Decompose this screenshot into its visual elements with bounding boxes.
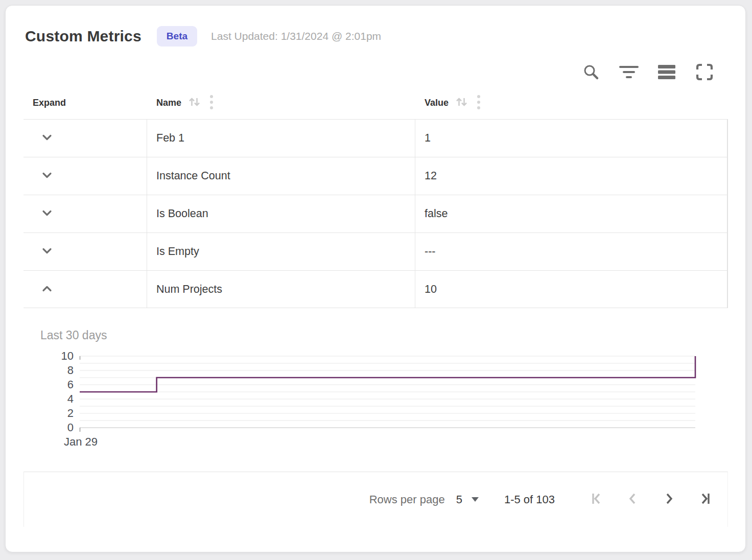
last-page-icon (697, 492, 712, 507)
beta-badge: Beta (157, 26, 197, 46)
column-header-label: Value (425, 98, 449, 108)
table-row: Is Boolean false (24, 195, 727, 232)
value-cell: 1 (415, 120, 727, 157)
search-icon (582, 63, 600, 81)
chevron-down-icon (40, 206, 54, 222)
row-detail-panel: Last 30 days 0246810Jan 29 (24, 308, 728, 455)
step-line-chart: 0246810Jan 29 (39, 351, 718, 453)
grid-body: Feb 1 1 Instance Count 12 (24, 119, 728, 308)
metric-chart: 0246810Jan 29 (39, 351, 728, 455)
grid-toolbar (6, 46, 745, 82)
sort-arrows-icon (455, 95, 468, 110)
expand-row-button[interactable] (39, 244, 55, 260)
svg-text:10: 10 (61, 351, 74, 362)
sort-button[interactable] (455, 95, 468, 110)
fullscreen-icon (696, 63, 713, 81)
sort-button[interactable] (187, 95, 201, 110)
card-header: Custom Metrics Beta Last Updated: 1/31/2… (6, 6, 745, 46)
table-row: Num Projects 10 (24, 270, 727, 308)
kebab-menu-icon (209, 95, 214, 111)
density-icon (657, 64, 676, 80)
expand-row-button[interactable] (39, 169, 55, 184)
name-cell: Instance Count (147, 157, 415, 195)
filter-icon (619, 64, 639, 80)
svg-text:6: 6 (67, 378, 74, 391)
collapse-row-button[interactable] (39, 282, 55, 297)
svg-text:4: 4 (67, 392, 74, 405)
expand-cell (24, 120, 147, 157)
value-cell: 12 (415, 157, 727, 195)
value-cell: false (415, 195, 727, 232)
page-title: Custom Metrics (25, 28, 142, 45)
chevron-right-icon (662, 492, 676, 507)
chevron-down-icon (40, 130, 54, 146)
column-menu-button[interactable] (209, 95, 214, 111)
grid-header-row: Expand Name (24, 86, 728, 119)
pagination-footer: Rows per page 5 1-5 of 103 (24, 472, 728, 527)
expand-cell (24, 157, 147, 195)
svg-text:0: 0 (67, 421, 74, 434)
rows-per-page-select[interactable]: 5 (456, 493, 479, 506)
column-header-value[interactable]: Value (415, 95, 728, 111)
expand-cell (24, 233, 147, 270)
chart-title: Last 30 days (40, 329, 728, 342)
expand-row-button[interactable] (39, 206, 55, 222)
last-updated-text: Last Updated: 1/31/2024 @ 2:01pm (211, 30, 381, 42)
pagination-range-label: 1-5 of 103 (504, 493, 555, 506)
name-cell: Is Empty (147, 233, 415, 270)
chevron-left-icon (626, 492, 640, 507)
first-page-button[interactable] (590, 492, 605, 507)
table-row: Is Empty --- (24, 232, 727, 270)
column-header-label: Name (156, 98, 181, 108)
value-cell: 10 (415, 271, 727, 308)
name-cell: Is Boolean (147, 195, 415, 232)
name-cell: Num Projects (147, 271, 415, 308)
filter-button[interactable] (620, 63, 638, 81)
expand-cell (24, 271, 147, 308)
last-page-button[interactable] (697, 492, 712, 507)
table-row: Feb 1 1 (24, 119, 727, 157)
density-button[interactable] (657, 63, 676, 81)
rows-per-page-value: 5 (456, 493, 462, 506)
table-row: Instance Count 12 (24, 157, 727, 195)
sort-arrows-icon (187, 95, 201, 110)
rows-per-page-label: Rows per page (369, 493, 445, 506)
first-page-icon (590, 492, 604, 507)
column-menu-button[interactable] (477, 95, 481, 111)
chevron-down-icon (40, 244, 54, 260)
pagination-nav (569, 492, 712, 507)
search-button[interactable] (582, 63, 600, 81)
column-header-expand: Expand (24, 98, 147, 108)
previous-page-button[interactable] (625, 492, 641, 507)
caret-down-icon (472, 497, 479, 502)
fullscreen-button[interactable] (695, 63, 714, 81)
chevron-up-icon (40, 282, 54, 297)
expand-row-button[interactable] (39, 131, 55, 146)
value-cell: --- (415, 233, 727, 270)
column-header-name[interactable]: Name (147, 95, 415, 111)
svg-text:2: 2 (67, 407, 74, 419)
chevron-down-icon (40, 168, 54, 184)
column-header-label: Expand (33, 98, 66, 108)
name-cell: Feb 1 (147, 120, 415, 157)
svg-text:Jan 29: Jan 29 (64, 435, 98, 448)
next-page-button[interactable] (661, 492, 676, 507)
expand-cell (24, 195, 147, 232)
data-grid: Expand Name (24, 86, 728, 527)
custom-metrics-card: Custom Metrics Beta Last Updated: 1/31/2… (5, 5, 746, 552)
svg-text:8: 8 (67, 364, 74, 377)
kebab-menu-icon (477, 95, 481, 111)
